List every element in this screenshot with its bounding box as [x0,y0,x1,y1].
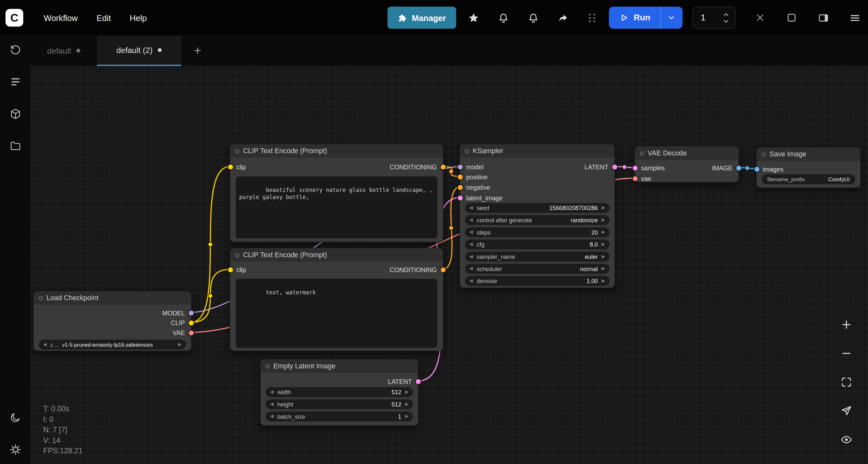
prev-arrow-icon[interactable]: ◀ [43,342,47,347]
share-button[interactable] [551,7,575,29]
node-canvas[interactable]: Load Checkpoint MODEL CLIP VAE ◀ c ... v… [30,66,868,464]
manager-button[interactable]: Manager [388,7,456,29]
latent-output-port[interactable] [415,379,421,384]
clip-output-port[interactable] [189,321,193,325]
decrement-button[interactable] [721,18,731,24]
prompt-textarea[interactable]: beautiful scenery nature glass bottle la… [236,176,437,238]
node-ksampler[interactable]: KSampler model LATENT positive negative … [460,144,615,288]
prev-arrow-icon[interactable]: ◀ [470,279,473,284]
collapse-dot[interactable] [266,364,270,368]
cfg-widget[interactable]: ◀ cfg 8.0 ▶ [465,239,610,250]
steps-widget[interactable]: ◀ steps 20 ▶ [465,227,610,237]
notifications-button[interactable] [491,7,516,29]
prev-arrow-icon[interactable]: ◀ [470,206,473,210]
new-workflow-button[interactable]: + [188,36,207,66]
model-output-port[interactable] [189,310,193,316]
images-input-port[interactable] [754,167,759,172]
zoom-out-button[interactable] [836,343,857,363]
comfyui-logo[interactable]: C [5,9,23,27]
prev-arrow-icon[interactable]: ◀ [270,414,274,419]
collapse-dot[interactable] [235,253,239,257]
hamburger-menu-button[interactable] [848,11,861,24]
next-arrow-icon[interactable]: ▶ [601,267,605,271]
next-arrow-icon[interactable]: ▶ [405,402,409,406]
prev-arrow-icon[interactable]: ◀ [470,230,473,235]
node-header[interactable]: Empty Latent Image [261,360,418,373]
node-empty-latent-image[interactable]: Empty Latent Image LATENT ◀ width 512 ▶ … [260,359,419,426]
prev-arrow-icon[interactable]: ◀ [470,267,473,271]
sidebar-item-queue[interactable] [5,72,25,92]
prompt-textarea[interactable]: text, watermark [236,279,437,348]
ckpt-name-widget[interactable]: ◀ c ... v1-5-pruned-emaonly-fp16.safeten… [39,340,186,350]
menu-edit[interactable]: Edit [87,7,120,29]
collapse-dot[interactable] [465,149,469,153]
vae-input-port[interactable] [632,176,638,181]
latent-image-input-port[interactable] [458,196,462,200]
width-widget[interactable]: ◀ width 512 ▶ [266,387,413,397]
send-button[interactable] [836,400,857,421]
next-arrow-icon[interactable]: ▶ [178,342,182,347]
denoise-widget[interactable]: ◀ denoise 1.00 ▶ [465,276,610,286]
maximize-button[interactable] [785,11,798,24]
menu-help[interactable]: Help [120,7,156,29]
star-button[interactable] [462,7,486,29]
prev-arrow-icon[interactable]: ◀ [470,254,473,259]
toggle-visibility-button[interactable] [836,429,857,450]
height-widget[interactable]: ◀ height 512 ▶ [266,399,413,409]
drag-handle[interactable] [589,13,596,22]
filename-prefix-widget[interactable]: filename_prefix ComfyUI [762,174,855,184]
notifications-alt-button[interactable] [521,7,546,29]
node-clip-text-encode-positive[interactable]: CLIP Text Encode (Prompt) clip CONDITION… [229,144,443,242]
next-arrow-icon[interactable]: ▶ [601,242,605,247]
sidebar-item-history[interactable] [5,40,25,60]
vae-output-port[interactable] [189,331,193,335]
sidebar-item-workflows[interactable] [5,136,25,156]
link-dot-latent-samples[interactable] [622,165,627,169]
collapse-dot[interactable] [235,149,239,153]
prev-arrow-icon[interactable]: ◀ [470,218,473,222]
conditioning-output-port[interactable] [440,268,445,272]
seed-widget[interactable]: ◀ seed 156680208700286 ▶ [465,203,610,213]
clip-input-port[interactable] [228,268,232,272]
collapse-dot[interactable] [39,296,43,300]
sampler-name-widget[interactable]: ◀ sampler_name euler ▶ [465,252,610,262]
prev-arrow-icon[interactable]: ◀ [270,402,274,406]
negative-input-port[interactable] [458,185,462,190]
node-header[interactable]: Load Checkpoint [34,292,191,305]
link-dot-clip-positive[interactable] [208,242,213,247]
run-button[interactable]: Run [609,7,660,29]
prev-arrow-icon[interactable]: ◀ [470,242,473,247]
run-options-caret[interactable] [660,7,682,29]
sidebar-item-node-library[interactable] [5,104,25,124]
node-header[interactable]: CLIP Text Encode (Prompt) [230,248,443,261]
node-header[interactable]: CLIP Text Encode (Prompt) [230,144,443,158]
latent-output-port[interactable] [612,164,617,169]
menu-workflow[interactable]: Workflow [34,7,87,29]
image-output-port[interactable] [736,166,741,171]
next-arrow-icon[interactable]: ▶ [601,230,605,235]
node-vae-decode[interactable]: VAE Decode samples IMAGE vae [634,146,739,183]
next-arrow-icon[interactable]: ▶ [601,218,605,222]
model-input-port[interactable] [458,164,462,169]
conditioning-output-port[interactable] [440,164,445,169]
clip-input-port[interactable] [228,164,232,169]
node-clip-text-encode-negative[interactable]: CLIP Text Encode (Prompt) clip CONDITION… [229,248,443,351]
link-dot-cond-negative[interactable] [449,226,454,230]
node-load-checkpoint[interactable]: Load Checkpoint MODEL CLIP VAE ◀ c ... v… [33,291,192,351]
tab-default[interactable]: default [30,36,97,66]
node-header[interactable]: Save Image [757,148,860,161]
link-dot-image[interactable] [745,166,750,170]
prev-arrow-icon[interactable]: ◀ [270,390,274,395]
control-after-generate-widget[interactable]: ◀ control after generate randomize ▶ [465,215,610,225]
settings-button[interactable] [5,440,25,460]
scheduler-widget[interactable]: ◀ scheduler normal ▶ [465,264,610,274]
samples-input-port[interactable] [632,166,638,171]
close-button[interactable] [753,11,767,24]
next-arrow-icon[interactable]: ▶ [601,279,605,284]
batch-count-stepper[interactable]: 1 [692,7,736,29]
next-arrow-icon[interactable]: ▶ [601,254,605,259]
next-arrow-icon[interactable]: ▶ [601,206,605,210]
node-header[interactable]: KSampler [460,144,615,158]
next-arrow-icon[interactable]: ▶ [405,390,409,395]
collapse-dot[interactable] [762,153,766,156]
